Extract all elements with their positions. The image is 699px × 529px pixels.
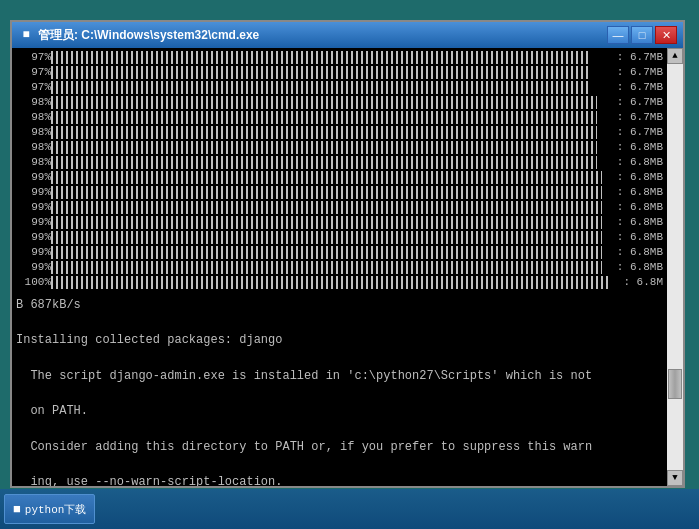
progress-bar-fill [51, 246, 602, 259]
taskbar-item-label: python下载 [25, 502, 87, 517]
scroll-track[interactable] [667, 64, 683, 470]
download-size: : 6.8M [608, 275, 663, 290]
progress-line: 97%: 6.7MB [16, 80, 663, 95]
progress-percent: 98% [16, 95, 51, 110]
progress-bar [51, 216, 608, 229]
progress-line: 99%: 6.8MB [16, 245, 663, 260]
download-size: : 6.8MB [608, 230, 663, 245]
output-line: on PATH. [16, 403, 663, 420]
progress-bar-fill [51, 171, 602, 184]
download-size: : 6.7MB [608, 110, 663, 125]
progress-line: 97%: 6.7MB [16, 65, 663, 80]
scroll-thumb[interactable] [668, 369, 682, 399]
progress-percent: 98% [16, 125, 51, 140]
download-size: : 6.8MB [608, 245, 663, 260]
progress-line: 98%: 6.7MB [16, 95, 663, 110]
progress-bar-fill [51, 126, 597, 139]
output-line: Consider adding this directory to PATH o… [16, 439, 663, 456]
progress-percent: 99% [16, 200, 51, 215]
progress-percent: 100% [16, 275, 51, 290]
scroll-up-arrow[interactable]: ▲ [667, 48, 683, 64]
progress-bar [51, 156, 608, 169]
progress-percent: 98% [16, 110, 51, 125]
download-size: : 6.8MB [608, 215, 663, 230]
title-bar: ■ 管理员: C:\Windows\system32\cmd.exe — □ ✕ [12, 22, 683, 48]
download-size: : 6.7MB [608, 95, 663, 110]
progress-line: 99%: 6.8MB [16, 260, 663, 275]
progress-bar [51, 201, 608, 214]
progress-bar-fill [51, 186, 602, 199]
progress-bar-fill [51, 81, 591, 94]
output-line: The script django-admin.exe is installed… [16, 368, 663, 385]
progress-bar [51, 231, 608, 244]
cmd-text: 97%: 6.7MB97%: 6.7MB97%: 6.7MB98%: 6.7MB… [12, 48, 667, 486]
download-size: : 6.8MB [608, 140, 663, 155]
progress-bar-fill [51, 51, 591, 64]
progress-percent: 99% [16, 185, 51, 200]
download-size: : 6.7MB [608, 125, 663, 140]
progress-percent: 99% [16, 215, 51, 230]
scroll-down-arrow[interactable]: ▼ [667, 470, 683, 486]
progress-line: 99%: 6.8MB [16, 170, 663, 185]
progress-percent: 98% [16, 140, 51, 155]
download-size: : 6.8MB [608, 200, 663, 215]
progress-bar-fill [51, 66, 591, 79]
progress-bar-fill [51, 96, 597, 109]
progress-bar-fill [51, 231, 602, 244]
progress-line: 97%: 6.7MB [16, 50, 663, 65]
progress-line: 99%: 6.8MB [16, 200, 663, 215]
cmd-content-area: 97%: 6.7MB97%: 6.7MB97%: 6.7MB98%: 6.7MB… [12, 48, 683, 486]
progress-bar-fill [51, 276, 608, 289]
progress-bar [51, 171, 608, 184]
progress-bar [51, 186, 608, 199]
close-button[interactable]: ✕ [655, 26, 677, 44]
cmd-window: ■ 管理员: C:\Windows\system32\cmd.exe — □ ✕… [10, 20, 685, 488]
progress-percent: 99% [16, 260, 51, 275]
progress-line: 98%: 6.7MB [16, 110, 663, 125]
progress-percent: 98% [16, 155, 51, 170]
taskbar: ■ python下载 [0, 489, 699, 529]
progress-line: 99%: 6.8MB [16, 215, 663, 230]
progress-bar [51, 126, 608, 139]
progress-line: 99%: 6.8MB [16, 185, 663, 200]
progress-line: 98%: 6.8MB [16, 155, 663, 170]
progress-bar-fill [51, 216, 602, 229]
progress-bar [51, 51, 608, 64]
scrollbar[interactable]: ▲ ▼ [667, 48, 683, 486]
progress-bar-fill [51, 261, 602, 274]
progress-percent: 99% [16, 230, 51, 245]
cmd-icon: ■ [18, 27, 34, 43]
progress-percent: 99% [16, 245, 51, 260]
progress-line: 99%: 6.8MB [16, 230, 663, 245]
progress-percent: 97% [16, 80, 51, 95]
progress-bar [51, 261, 608, 274]
progress-area: 97%: 6.7MB97%: 6.7MB97%: 6.7MB98%: 6.7MB… [16, 50, 663, 295]
download-size: : 6.8MB [608, 260, 663, 275]
download-size: : 6.8MB [608, 185, 663, 200]
output-line: ing, use --no-warn-script-location. [16, 474, 663, 486]
progress-bar [51, 111, 608, 124]
progress-line: 98%: 6.7MB [16, 125, 663, 140]
progress-line: 100%: 6.8M [16, 275, 663, 290]
progress-line: 98%: 6.8MB [16, 140, 663, 155]
progress-bar [51, 96, 608, 109]
download-size: : 6.8MB [608, 155, 663, 170]
progress-bar [51, 81, 608, 94]
taskbar-item[interactable]: ■ python下载 [4, 494, 95, 524]
progress-bar [51, 141, 608, 154]
progress-bar [51, 66, 608, 79]
window-controls: — □ ✕ [607, 26, 677, 44]
progress-bar-fill [51, 111, 597, 124]
window-title: 管理员: C:\Windows\system32\cmd.exe [38, 27, 607, 44]
progress-percent: 97% [16, 65, 51, 80]
progress-bar [51, 246, 608, 259]
progress-bar [51, 276, 608, 289]
progress-bar-fill [51, 201, 602, 214]
download-size: : 6.7MB [608, 80, 663, 95]
minimize-button[interactable]: — [607, 26, 629, 44]
progress-percent: 97% [16, 50, 51, 65]
download-size: : 6.8MB [608, 170, 663, 185]
maximize-button[interactable]: □ [631, 26, 653, 44]
progress-percent: 99% [16, 170, 51, 185]
output-line: Installing collected packages: django [16, 332, 663, 349]
